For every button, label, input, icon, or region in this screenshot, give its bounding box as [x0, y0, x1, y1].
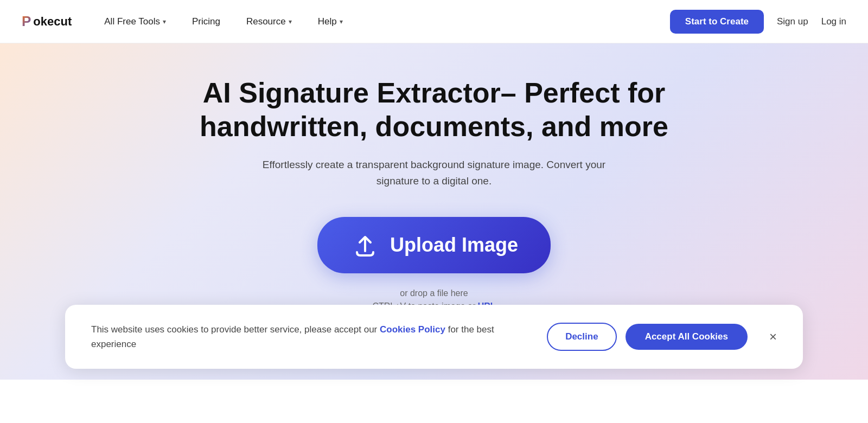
chevron-down-icon: ▾: [163, 18, 166, 25]
chevron-down-icon: ▾: [340, 18, 343, 25]
accept-all-cookies-button[interactable]: Accept All Cookies: [626, 324, 748, 350]
log-in-button[interactable]: Log in: [821, 16, 846, 27]
cookie-banner: This website uses cookies to provide bet…: [65, 305, 803, 369]
start-to-create-button[interactable]: Start to Create: [670, 10, 764, 34]
sign-up-button[interactable]: Sign up: [777, 16, 808, 27]
hero-section: AI Signature Extractor– Perfect for hand…: [0, 43, 868, 380]
decline-button[interactable]: Decline: [547, 323, 616, 351]
nav-help[interactable]: Help ▾: [318, 16, 343, 27]
cookie-text: This website uses cookies to provide bet…: [91, 322, 529, 351]
logo-rest: okecut: [33, 15, 72, 29]
cookie-actions: Decline Accept All Cookies: [547, 323, 748, 351]
nav-links: All Free Tools ▾ Pricing Resource ▾ Help…: [104, 16, 670, 27]
logo[interactable]: P okecut: [22, 13, 72, 30]
navigation: P okecut All Free Tools ▾ Pricing Resour…: [0, 0, 868, 43]
hero-title: AI Signature Extractor– Perfect for hand…: [136, 76, 732, 144]
upload-cloud-icon: [350, 230, 380, 260]
cookies-policy-link[interactable]: Cookies Policy: [380, 324, 445, 335]
nav-all-free-tools[interactable]: All Free Tools ▾: [104, 16, 166, 27]
close-cookie-banner-button[interactable]: ×: [769, 329, 777, 344]
nav-resource[interactable]: Resource ▾: [246, 16, 292, 27]
chevron-down-icon: ▾: [289, 18, 292, 25]
drop-hint: or drop a file here: [400, 289, 468, 298]
nav-pricing[interactable]: Pricing: [192, 16, 220, 27]
upload-image-button[interactable]: Upload Image: [317, 217, 551, 273]
logo-p: P: [22, 13, 31, 30]
upload-image-label: Upload Image: [390, 234, 518, 257]
nav-right: Start to Create Sign up Log in: [670, 10, 846, 34]
hero-subtitle: Effortlessly create a transparent backgr…: [250, 157, 618, 190]
